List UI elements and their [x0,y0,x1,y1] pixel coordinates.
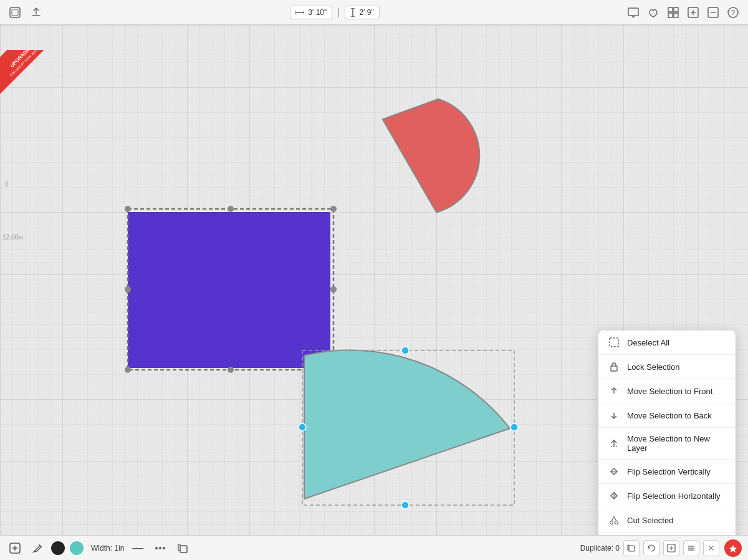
svg-rect-66 [629,546,635,551]
flip-vertically-icon [608,466,620,477]
width-label: Width: 1in [91,544,124,553]
color-black-swatch[interactable] [51,541,65,555]
menu-item-move-to-back[interactable]: Move Selection to Back [598,403,736,428]
brand-button[interactable] [724,539,742,557]
flip-horizontally-label: Flip Selection Horizontally [627,491,726,501]
screen-icon[interactable] [626,5,641,20]
add-icon[interactable] [686,5,701,20]
svg-rect-37 [610,338,618,347]
dimension-width-box[interactable]: 3' 10" [290,6,332,19]
lock-selection-label: Lock Selection [627,362,726,372]
svg-point-64 [163,547,165,549]
svg-rect-38 [611,366,617,371]
svg-rect-8 [628,8,638,16]
svg-rect-65 [180,546,187,553]
svg-point-34 [299,423,306,431]
copy-icon[interactable] [174,539,191,557]
svg-point-25 [228,206,234,212]
svg-rect-14 [674,13,678,17]
deselect-all-label: Deselect All [627,338,726,347]
svg-rect-22 [128,212,330,368]
svg-text:?: ? [731,9,735,16]
move-to-front-icon [608,385,620,397]
menu-item-deselect-all[interactable]: Deselect All [598,331,736,355]
upgrade-sublabel: Can add 47 more items [0,50,55,93]
lock-selection-icon [608,361,620,372]
svg-rect-1 [12,9,18,16]
cut-selected-icon [608,514,620,526]
duplicate-list-icon[interactable] [683,540,699,556]
svg-point-27 [125,286,131,292]
share-icon[interactable] [29,5,44,20]
add-shape-icon[interactable] [6,539,24,557]
svg-point-29 [125,367,131,373]
flip-vertically-label: Flip Selection Vertically [627,467,726,476]
duplicate-refresh-icon[interactable] [643,540,659,556]
minus-width-icon[interactable]: — [129,539,146,557]
menu-item-flip-vertically[interactable]: Flip Selection Vertically [598,460,736,484]
svg-rect-23 [128,209,333,370]
svg-point-36 [401,501,409,509]
color-teal-swatch[interactable] [70,541,84,555]
upgrade-badge: UPGRADE Can add 47 more items [0,50,56,106]
svg-point-26 [330,206,337,212]
svg-point-30 [228,367,234,373]
minus-icon[interactable] [706,5,721,20]
svg-point-46 [615,521,618,524]
menu-item-move-to-front[interactable]: Move Selection to Front [598,379,736,403]
menu-item-move-to-layer[interactable]: Move Selection to New Layer [598,428,736,460]
context-menu: Deselect All Lock Selection Move Selecti… [598,331,736,535]
ruler-label-0: 0 [5,181,9,188]
svg-point-33 [401,347,409,354]
back-icon[interactable] [7,5,22,20]
dimension-separator: | [337,7,340,18]
duplicate-section: Duplicate: 0 ✕ [580,540,719,556]
move-to-back-icon [608,410,620,421]
duplicate-resize-icon[interactable] [663,540,679,556]
menu-item-cut-selected[interactable]: Cut Selected [598,508,736,533]
help-icon[interactable]: ? [726,5,741,20]
more-options-icon[interactable] [151,539,169,557]
duplicate-copy-icon[interactable] [623,540,640,556]
svg-rect-0 [10,7,20,17]
svg-point-62 [155,547,158,549]
connect-icon[interactable] [646,5,661,20]
svg-line-47 [611,516,614,521]
dimension-width-value: 3' 10" [308,8,327,17]
move-to-layer-label: Move Selection to New Layer [627,434,726,453]
move-to-back-label: Move Selection to Back [627,411,726,420]
toolbar-left [7,5,44,20]
ruler-label-12: 12.00in [2,234,23,241]
move-to-front-label: Move Selection to Front [627,387,726,396]
svg-point-31 [330,367,337,373]
svg-point-28 [330,286,337,292]
svg-line-48 [614,516,616,521]
svg-rect-13 [668,13,673,17]
svg-point-24 [125,206,131,212]
top-toolbar: 3' 10" | 2' 9" ? [0,0,748,25]
grid-icon[interactable] [666,5,681,20]
svg-rect-12 [674,7,678,12]
toolbar-center: 3' 10" | 2' 9" [290,6,379,19]
menu-item-show-ruler[interactable]: Show Ruler [598,533,736,535]
canvas-area[interactable]: 0 12.00in UPGRADE [0,25,748,535]
cut-selected-label: Cut Selected [627,516,726,525]
dimension-height-value: 2' 9" [359,8,373,17]
svg-point-45 [610,521,613,524]
menu-item-flip-horizontally[interactable]: Flip Selection Horizontally [598,484,736,508]
pencil-icon[interactable] [29,539,46,557]
dimension-height-box[interactable]: 2' 9" [345,6,379,19]
duplicate-close-icon[interactable]: ✕ [703,540,719,556]
toolbar-right: ? [626,5,741,20]
svg-rect-11 [668,7,673,12]
svg-rect-32 [302,350,514,505]
menu-item-lock-selection[interactable]: Lock Selection [598,355,736,379]
deselect-all-icon [608,337,620,348]
bottom-toolbar: Width: 1in — Duplicate: 0 ✕ [0,535,748,560]
svg-point-63 [159,547,161,549]
flip-horizontally-icon [608,490,620,501]
svg-point-35 [511,423,518,431]
duplicate-label: Duplicate: 0 [580,544,620,553]
move-to-layer-icon [608,438,620,449]
upgrade-label: UPGRADE [0,50,51,89]
